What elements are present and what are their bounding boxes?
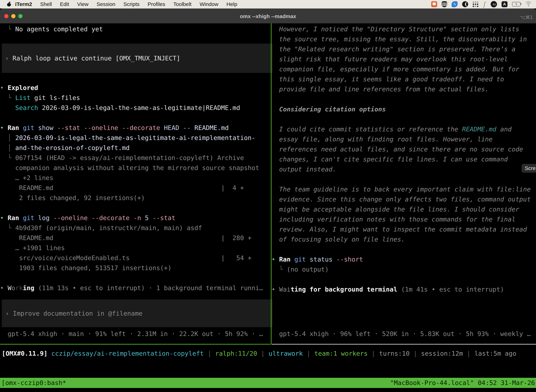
menu-item-edit[interactable]: Edit [56,1,73,7]
terminal-line [272,274,536,284]
macos-menu-bar: iTerm2ShellEditViewSessionScriptsProfile… [0,0,536,9]
terminal-line: • Ran git show --stat --oneline --decora… [0,123,274,133]
terminal-line: might be acceptable alongside the file l… [272,204,536,214]
terminal-line [272,114,536,124]
left-transcript: • Explored └ List git ls-files Search 20… [0,83,274,293]
terminal-line: this single essay, it seems like a good … [272,74,536,84]
terminal-line: 2 files changed, 92 insertions(+) [0,193,274,203]
menu-item-profiles[interactable]: Profiles [144,1,169,7]
ralph-loop-banner: › Ralph loop active continue [OMX_TMUX_I… [2,44,273,73]
terminal-line: evidence. Since this change only affects… [272,194,536,204]
terminal-line: └ No agents completed yet [0,24,103,34]
terminal-line: Considering citation options [272,104,536,114]
moon-app-icon[interactable] [462,1,468,7]
assistant-a-icon[interactable]: A [502,1,507,7]
terminal-content: └ No agents completed yet • Explored └ L… [0,23,536,392]
chat-app-icon[interactable] [431,1,437,7]
tmux-session-name[interactable]: [omx-cczip0:bash* [0,378,66,388]
terminal-line: the source tree, missing the essay. Stil… [272,34,536,44]
traffic-lights [4,14,23,18]
terminal-line: … +1901 lines [0,243,274,253]
terminal-line: of focusing solely on file lines. [272,234,536,244]
battery-icon[interactable]: ϟ [512,1,521,7]
right-prompt-input[interactable]: › Improve documentation in @filename [2,299,266,327]
terminal-line: │ and-the-erosion-of-copyleft.md [0,143,274,153]
menu-status-icons: ϟ ∫ ..61 A ϟ [431,1,536,7]
left-model-status: gpt-5.4 xhigh · main · 91% left · 2.31M … [0,329,274,339]
apple-menu-icon[interactable] [7,2,11,7]
terminal-line: review. Also, I might want to inspect th… [272,224,536,234]
terminal-line: └ 4b9d30f (origin/main, instructkr/main,… [0,223,274,233]
menu-item-help[interactable]: Help [222,1,241,7]
window-title: omx --xhigh --madmax [240,13,296,19]
keyboard-shield-icon[interactable] [442,1,447,7]
terminal-line: … +2 lines [0,173,274,183]
minimize-button[interactable] [11,14,15,18]
left-pane-bottom-border [0,344,271,345]
terminal-line [272,94,536,104]
terminal-line: • Ran git status --short [272,254,536,264]
menu-item-view[interactable]: View [73,1,92,7]
window-title-bar[interactable]: omx --xhigh --madmax ⌥⌘1 [0,9,536,24]
menu-items: iTerm2ShellEditViewSessionScriptsProfile… [15,1,241,7]
omx-session-status: [OMX#0.11.9] cczip/essay/ai-reimplementa… [2,348,536,359]
close-button[interactable] [4,14,9,18]
terminal-line: essay file, along with finding root file… [272,134,536,144]
terminal-line: companion analysis without altering the … [0,163,274,173]
terminal-line [272,174,536,184]
terminal-line [272,244,536,254]
menu-item-window[interactable]: Window [196,1,222,7]
dots-grid-icon[interactable] [473,1,478,7]
zoom-button[interactable] [18,14,23,18]
terminal-line: output instead. [272,164,536,174]
terminal-line: changes, I can't cite specific file line… [272,154,536,164]
screen-tooltip: Scre [522,164,536,173]
terminal-line: › Improve documentation in @filename [5,308,266,318]
terminal-line: src/voice/voiceModeEnabled.ts | 54 + [0,253,274,263]
menu-left: iTerm2ShellEditViewSessionScriptsProfile… [0,1,241,7]
terminal-line: companion file, especially if more comme… [272,64,536,74]
tmux-status-bar: [omx-cczip0:bash* "MacBook-Pro-44.local"… [0,378,536,388]
terminal-line: └ 067f154 (HEAD -> essay/ai-reimplementa… [0,153,274,163]
window-shortcut-badge: ⌥⌘1 [520,15,533,20]
terminal-line: README.md | 280 + [0,233,274,243]
terminal-line: › Ralph loop active continue [OMX_TMUX_I… [5,53,273,63]
terminal-line: However, I noticed the "Directory Struct… [272,24,536,34]
terminal-line: references need actual files, and since … [272,144,536,154]
menu-item-session[interactable]: Session [92,1,120,7]
terminal-line [0,203,274,213]
terminal-line: └ List git ls-files [0,93,274,103]
squiggle-icon[interactable]: ∫ [483,1,486,7]
terminal-line: • Ran git log --oneline --decorate -n 5 … [0,213,274,223]
terminal-line: gpt-5.4 xhigh · main · 91% left · 2.31M … [0,329,274,339]
terminal-line: slight risk that future readers may over… [272,54,536,64]
terminal-line: • Explored [0,83,274,93]
terminal-line: gpt-5.4 xhigh · 96% left · 520K in · 5.8… [272,329,536,339]
menu-item-shell[interactable]: Shell [36,1,56,7]
terminal-line: • Waiting for background terminal (1m 41… [272,284,536,294]
right-model-status: gpt-5.4 xhigh · 96% left · 520K in · 5.8… [272,329,536,339]
terminal-line: the "Related research writing" section i… [272,44,536,54]
terminal-line: └ (no output) [272,264,536,274]
terminal-line [0,273,274,283]
pane-right[interactable]: However, I noticed the "Directory Struct… [272,23,536,344]
agents-summary: └ No agents completed yet [0,24,103,34]
menu-item-toolbelt[interactable]: Toolbelt [169,1,196,7]
bolt-blue-icon[interactable]: ϟ [452,1,458,7]
terminal-line: I could cite commit statistics or refere… [272,124,536,134]
terminal-line: 1903 files changed, 513517 insertions(+) [0,263,274,273]
terminal-line: provide file and line references from th… [272,84,536,94]
menu-item-scripts[interactable]: Scripts [120,1,144,7]
terminal-line: README.md | 4 + [0,183,274,193]
terminal-line: [OMX#0.11.9] cczip/essay/ai-reimplementa… [2,348,536,359]
terminal-line [0,113,274,123]
terminal-line: including verification notes with those … [272,214,536,224]
terminal-line: │ 2026-03-09-is-legal-the-same-as-legiti… [0,133,274,143]
count-badge-icon[interactable]: ..61 [491,1,497,7]
terminal-line: The team guideline is to back every impo… [272,184,536,194]
wifi-icon[interactable] [525,1,532,7]
terminal-line: Search 2026-03-09-is-legal-the-same-as-l… [0,103,274,113]
right-transcript: However, I noticed the "Directory Struct… [272,24,536,294]
menu-item-iterm2[interactable]: iTerm2 [15,1,36,7]
right-pane-bottom-border [272,344,536,345]
